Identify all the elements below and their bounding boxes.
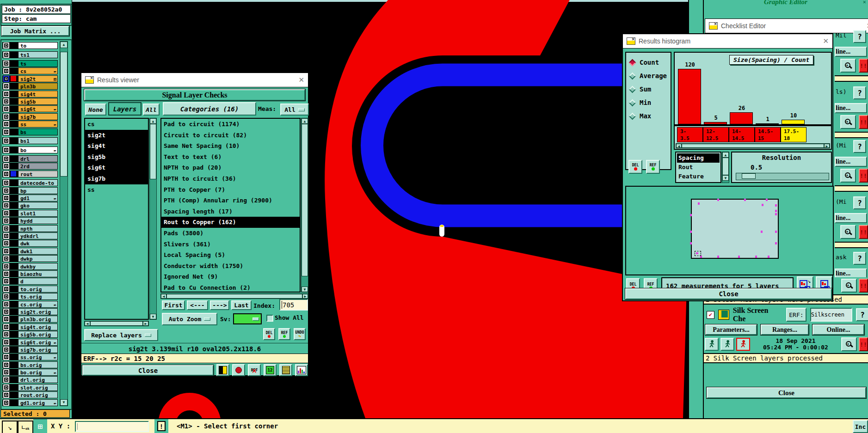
job-matrix-button[interactable]: Job Matrix ... (1, 26, 69, 36)
resolution-slider[interactable] (736, 173, 829, 180)
layer-row[interactable]: pln3b (2, 83, 58, 90)
layer-checkbox[interactable] (3, 218, 9, 224)
process-step-icon[interactable] (736, 338, 750, 351)
stat-radio-average[interactable]: Average (630, 72, 671, 79)
rv-category-item[interactable]: NPTH to pad (20) (161, 162, 300, 173)
layer-checkbox[interactable] (3, 362, 9, 368)
layer-color-chip[interactable] (11, 370, 16, 375)
chart-hscrollbar[interactable]: ◀ ▶ (676, 143, 830, 148)
layer-checkbox[interactable] (3, 354, 9, 360)
layer-color-chip[interactable] (11, 68, 16, 74)
layer-checkbox[interactable] (3, 316, 9, 322)
replace-layers-dropdown[interactable]: Replace layers (84, 329, 158, 341)
layer-checkbox[interactable] (3, 324, 9, 330)
layer-row[interactable]: sig6t.orig✒ (2, 339, 58, 346)
layer-row[interactable]: 2rd (2, 163, 58, 170)
layer-checkbox[interactable] (3, 309, 9, 315)
layer-checkbox[interactable] (3, 286, 9, 292)
layer-checkbox[interactable] (3, 263, 9, 269)
layer-color-chip[interactable] (11, 377, 16, 383)
index-input[interactable]: 705 (279, 299, 308, 311)
layer-row[interactable]: dwk1 (2, 248, 58, 255)
layer-row[interactable]: ts.orig (2, 293, 58, 300)
layer-row[interactable]: npth (2, 225, 58, 232)
layer-checkbox[interactable] (3, 278, 9, 284)
layer-row[interactable]: to.orig (2, 286, 58, 293)
measure-tool-button[interactable]: ↘ (2, 421, 18, 433)
layer-list-scrollbar[interactable]: ▲ ▼ (60, 41, 68, 406)
scroll-thumb[interactable] (150, 124, 156, 179)
scroll-down-icon[interactable]: ▼ (722, 175, 729, 181)
alert-button[interactable]: !! (859, 115, 868, 129)
scroll-thumb[interactable] (302, 124, 308, 276)
none-button[interactable]: None (85, 104, 106, 116)
layer-checkbox[interactable] (3, 68, 9, 74)
layer-checkbox[interactable] (3, 138, 9, 144)
histogram-ref-button[interactable]: REF (646, 160, 660, 174)
stat-radio-count[interactable]: Count (630, 59, 671, 66)
alert-button[interactable]: !! (859, 337, 868, 351)
layer-checkbox[interactable] (3, 210, 9, 216)
scroll-thumb[interactable] (90, 321, 143, 326)
scroll-left-icon[interactable]: ◀ (85, 321, 90, 326)
next-button[interactable]: ---> (210, 300, 229, 310)
layer-row[interactable]: sig4t (2, 91, 58, 98)
rv-undo-button[interactable]: UNDO ↷ (294, 328, 306, 340)
layer-checkbox[interactable] (3, 347, 9, 353)
layer-row[interactable]: datecode-to (2, 179, 58, 186)
rv-category-item[interactable]: PTH to Copper (7) (161, 184, 300, 195)
layer-checkbox[interactable] (3, 240, 9, 246)
help-button[interactable]: ? (853, 30, 866, 43)
layer-row[interactable]: drl.orig (2, 376, 58, 383)
layer-row[interactable]: rout.orig (2, 391, 58, 398)
help-button[interactable]: ? (853, 86, 866, 99)
ranges-button[interactable]: Ranges... (761, 324, 809, 335)
numeric-icon-button[interactable]: 12 (264, 364, 277, 376)
histogram-del-button[interactable]: DEL (628, 160, 642, 174)
layer-color-chip[interactable] (11, 256, 16, 262)
layer-checkbox[interactable] (3, 377, 9, 383)
layer-checkbox[interactable] (3, 180, 9, 186)
layer-checkbox[interactable] (3, 188, 9, 194)
layer-row[interactable]: bp (2, 187, 58, 194)
zoom-button[interactable]: + (840, 115, 856, 129)
layer-checkbox[interactable] (3, 163, 9, 169)
rv-category-item[interactable]: Ignored Net (9) (161, 271, 300, 282)
layer-row[interactable]: ts (2, 60, 58, 67)
layer-row[interactable]: ss.orig✒ (2, 354, 58, 360)
layer-checkbox[interactable] (3, 114, 9, 120)
layer-color-chip[interactable] (11, 171, 16, 177)
board-preview-panel[interactable] (625, 186, 834, 275)
layer-color-chip[interactable] (11, 324, 16, 329)
layer-color-chip[interactable] (11, 233, 16, 239)
scroll-right-icon[interactable]: ▶ (302, 294, 308, 299)
stat-radio-sum[interactable]: Sum (630, 85, 671, 93)
layer-row[interactable]: gd1✒ (2, 195, 58, 201)
rv-category-item[interactable]: Pads (3800) (161, 228, 300, 239)
rv-layer-item[interactable]: sig6t (85, 162, 148, 173)
zoom-button[interactable]: + (841, 337, 857, 351)
layer-row[interactable]: sig5b (2, 98, 58, 105)
layer-color-chip[interactable] (11, 317, 16, 322)
layer-color-chip[interactable] (11, 91, 16, 97)
help-button[interactable]: ? (853, 140, 866, 153)
all-button[interactable]: All (143, 104, 160, 116)
layer-row[interactable]: drl (2, 155, 58, 162)
checklist-close-icon[interactable]: ✕ (866, 22, 868, 30)
layer-row[interactable]: cs✒ (2, 67, 58, 74)
rv-category-item[interactable]: Rout to Copper (162) (161, 217, 300, 228)
scroll-up-icon[interactable]: ▲ (60, 42, 68, 48)
layer-row[interactable]: sig7b.orig (2, 346, 58, 353)
layer-color-chip[interactable] (11, 362, 16, 367)
layer-color-chip[interactable] (11, 138, 16, 144)
rv-layer-item[interactable]: sig2t (85, 130, 148, 141)
scroll-right-icon[interactable]: ▶ (143, 321, 148, 326)
online-button-fragment[interactable]: line... (835, 157, 867, 167)
layer-row[interactable]: ydkdrl (2, 232, 58, 239)
process-step-icon[interactable] (720, 338, 734, 351)
layer-checkbox[interactable] (3, 339, 9, 345)
rv-category-item[interactable]: Conductor width (1750) (161, 261, 300, 272)
layer-color-chip[interactable] (11, 188, 16, 193)
layer-checkbox[interactable] (3, 156, 9, 162)
slider-thumb[interactable] (742, 173, 756, 179)
